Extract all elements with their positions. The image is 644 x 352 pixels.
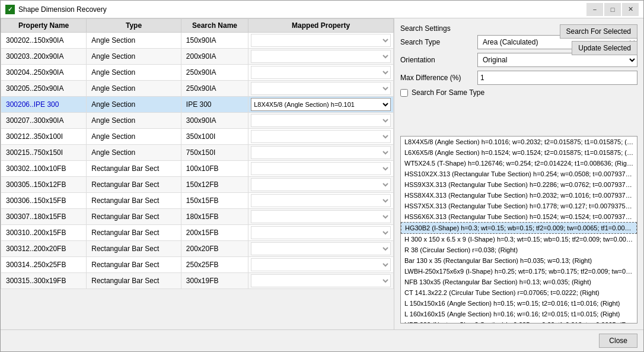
list-item[interactable]: R 38 (Circular Section) r=0.038; (Right) [401,245,637,255]
mapped-property-select[interactable] [251,66,391,79]
cell-mapped[interactable] [248,113,394,129]
close-button[interactable]: Close [599,334,637,348]
app-icon: ✓ [5,5,15,14]
list-item[interactable]: HSS9X3X.313 (Rectangular Tube Section) h… [401,179,637,190]
same-type-row: Search For Same Type [400,88,637,97]
cell-property-name: 300215..750x150I [1,145,87,161]
list-item[interactable]: L6X6X5/8 (Angle Section) h=0.1524; w=0.1… [401,147,637,158]
mapped-property-select[interactable] [251,162,391,175]
cell-type: Rectangular Bar Sect [87,193,181,209]
cell-mapped[interactable] [248,241,394,257]
table-row[interactable]: 300312..200x20FBRectangular Bar Sect200x… [1,241,394,257]
table-container[interactable]: Property Name Type Search Name Mapped Pr… [1,18,394,329]
list-item[interactable]: CT 141.3x22.2 (Circular Tube Section) r=… [401,287,637,298]
cell-property-name: 300310..200x15FB [1,225,87,241]
table-row[interactable]: 300202..150x90IAAngle Section150x90IA [1,33,394,49]
cell-mapped[interactable] [248,129,394,145]
list-item[interactable]: HSS10X2X.313 (Rectangular Tube Section) … [401,169,637,179]
update-selected-button[interactable]: Update Selected [572,41,637,55]
table-row[interactable]: 300212..350x100IAngle Section350x100I [1,129,394,145]
cell-mapped[interactable] [248,33,394,49]
table-row[interactable]: 300305..150x12FBRectangular Bar Sect150x… [1,177,394,193]
cell-mapped[interactable] [248,65,394,81]
table-row[interactable]: 300203..200x90IAAngle Section200x90IA [1,49,394,65]
cell-type: Angle Section [87,113,181,129]
list-item[interactable]: Bar 130 x 35 (Rectangular Bar Section) h… [401,255,637,266]
search-selected-button[interactable]: Search For Selected [560,24,637,39]
list-item[interactable]: LWBH-250x175x6x9 (I-Shape) h=0.25; wt=0.… [401,266,637,277]
mapped-property-select[interactable] [251,178,391,191]
list-item[interactable]: L8X4X5/8 (Angle Section) h=0.1016; w=0.2… [401,137,637,147]
cell-mapped[interactable] [248,193,394,209]
list-item[interactable]: H 300 x 150 x 6.5 x 9 (I-Shape) h=0.3; w… [401,234,637,245]
cell-search-name: 150x15FB [181,193,248,209]
table-row[interactable]: 300204..250x90IAAngle Section250x90IA [1,65,394,81]
table-row[interactable]: 300315..300x19FBRectangular Bar Sect300x… [1,273,394,289]
search-results-list[interactable]: L8X4X5/8 (Angle Section) h=0.1016; w=0.2… [400,136,637,324]
mapped-property-select[interactable]: L8X4X5/8 (Angle Section) h=0.101 [251,98,391,111]
cell-mapped[interactable] [248,81,394,97]
table-row[interactable]: 300302..100x10FBRectangular Bar Sect100x… [1,161,394,177]
cell-mapped[interactable] [248,49,394,65]
col-header-mapped-property: Mapped Property [248,19,394,33]
maximize-button[interactable]: □ [604,3,621,16]
list-item[interactable]: HSS7X5X.313 (Rectangular Tube Section) h… [401,201,637,211]
table-row[interactable]: 300314..250x25FBRectangular Bar Sect250x… [1,257,394,273]
list-item[interactable]: UPE 220 (Nastran Chan2 Section) h=0.085;… [401,319,637,324]
mapped-property-select[interactable] [251,194,391,207]
list-item[interactable]: HSS6X6X.313 (Rectangular Tube Section) h… [401,211,637,222]
cell-property-name: 300212..350x100I [1,129,87,145]
list-item[interactable]: L 150x150x16 (Angle Section) h=0.15; w=0… [401,298,637,309]
mapped-property-select[interactable] [251,34,391,47]
cell-mapped[interactable] [248,225,394,241]
cell-mapped[interactable] [248,177,394,193]
mapped-property-select[interactable] [251,50,391,63]
mapped-property-select[interactable] [251,114,391,127]
cell-search-name: 200x15FB [181,225,248,241]
cell-mapped[interactable] [248,145,394,161]
cell-property-name: 300302..100x10FB [1,161,87,177]
table-row[interactable]: 300215..750x150IAngle Section750x150I [1,145,394,161]
cell-type: Rectangular Bar Sect [87,209,181,225]
window-title: Shape Dimension Recovery [18,5,107,14]
cell-property-name: 300315..300x19FB [1,273,87,289]
mapped-property-select[interactable] [251,146,391,159]
table-row[interactable]: 300306..150x15FBRectangular Bar Sect150x… [1,193,394,209]
minimize-button[interactable]: − [586,3,603,16]
table-row[interactable]: 300310..200x15FBRectangular Bar Sect200x… [1,225,394,241]
mapped-property-select[interactable] [251,226,391,239]
cell-property-name: 300202..150x90IA [1,33,87,49]
table-row[interactable]: 300205..250x90IAAngle Section250x90IA [1,81,394,97]
cell-search-name: 350x100I [181,129,248,145]
right-panel: Search Settings Search Type Area (Calcul… [394,18,643,329]
list-item[interactable]: HG30B2 (I-Shape) h=0.3; wt=0.15; wb=0.15… [401,222,637,234]
cell-search-name: 300x90IA [181,113,248,129]
mapped-property-select[interactable] [251,130,391,143]
cell-search-name: 180x15FB [181,209,248,225]
cell-mapped[interactable] [248,257,394,273]
mapped-property-select[interactable] [251,242,391,255]
table-row[interactable]: 300307..180x15FBRectangular Bar Sect180x… [1,209,394,225]
list-item[interactable]: L 160x160x15 (Angle Section) h=0.16; w=0… [401,309,637,319]
mapped-property-select[interactable] [251,274,391,287]
cell-mapped[interactable] [248,161,394,177]
same-type-checkbox[interactable] [400,89,408,97]
mapped-property-select[interactable] [251,82,391,95]
max-diff-input[interactable] [477,71,637,85]
table-row[interactable]: 300207..300x90IAAngle Section300x90IA [1,113,394,129]
list-item[interactable]: NFB 130x35 (Rectangular Bar Section) h=0… [401,277,637,287]
cell-search-name: 100x10FB [181,161,248,177]
mapped-property-select[interactable] [251,258,391,271]
cell-type: Angle Section [87,145,181,161]
mapped-property-select[interactable] [251,210,391,223]
cell-mapped[interactable] [248,273,394,289]
cell-search-name: 750x150I [181,145,248,161]
list-item[interactable]: HSS8X4X.313 (Rectangular Tube Section) h… [401,190,637,201]
cell-mapped[interactable] [248,209,394,225]
list-item[interactable]: WT5X24.5 (T-Shape) h=0.126746; w=0.254; … [401,158,637,169]
table-row[interactable]: 300206..IPE 300Angle SectionIPE 300L8X4X… [1,97,394,113]
cell-mapped[interactable]: L8X4X5/8 (Angle Section) h=0.101 [248,97,394,113]
cell-type: Rectangular Bar Sect [87,257,181,273]
cell-property-name: 300306..150x15FB [1,193,87,209]
window-close-button[interactable]: ✕ [622,3,639,16]
